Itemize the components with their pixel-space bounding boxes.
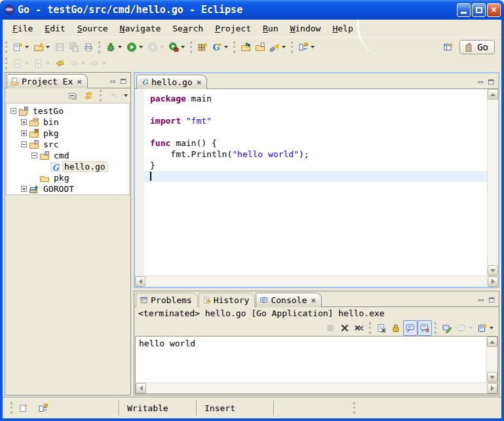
back-button[interactable] bbox=[67, 56, 88, 71]
console-vertical-scrollbar[interactable] bbox=[486, 337, 497, 382]
explorer-tab-close-icon[interactable]: × bbox=[77, 78, 82, 85]
next-annotation-button[interactable] bbox=[10, 56, 31, 71]
code-line[interactable]: import "fmt" bbox=[144, 115, 487, 126]
editor-vertical-scrollbar[interactable] bbox=[487, 89, 498, 276]
code-line[interactable]: func main() { bbox=[144, 137, 487, 149]
tree-expander-plus-icon[interactable]: + bbox=[21, 186, 27, 192]
code-line[interactable]: package main bbox=[144, 93, 487, 104]
tree-item-bin[interactable]: +010bin bbox=[7, 117, 129, 128]
maximize-part-icon[interactable] bbox=[119, 78, 128, 86]
prev-annotation-button[interactable] bbox=[31, 56, 52, 71]
perspective-go-button[interactable]: Go bbox=[459, 40, 495, 54]
print-button[interactable] bbox=[81, 39, 96, 55]
tab-hello-go[interactable]: G hello.go × bbox=[136, 75, 207, 89]
debug-button[interactable] bbox=[104, 39, 125, 55]
dropdown-arrow-icon[interactable] bbox=[282, 46, 286, 48]
tree-item-hello-go[interactable]: Ghello.go bbox=[7, 161, 129, 172]
minimize-part-icon[interactable] bbox=[109, 78, 118, 86]
dropdown-arrow-icon[interactable] bbox=[160, 46, 164, 48]
code-line[interactable] bbox=[144, 126, 487, 137]
last-edit-button[interactable] bbox=[52, 56, 67, 71]
dropdown-arrow-icon[interactable] bbox=[490, 327, 494, 329]
code-line[interactable]: fmt.Println("hello world"); bbox=[144, 149, 487, 160]
new-project-button[interactable] bbox=[31, 39, 52, 55]
console-horizontal-scrollbar[interactable] bbox=[136, 382, 497, 394]
menu-run[interactable]: Run bbox=[257, 22, 284, 35]
scroll-down-button[interactable] bbox=[487, 372, 497, 382]
menu-project[interactable]: Project bbox=[209, 22, 257, 35]
tree-item-label[interactable]: pkg bbox=[52, 173, 71, 183]
view-menu-arrow-icon[interactable] bbox=[124, 94, 128, 97]
open-resource-button[interactable] bbox=[253, 39, 267, 55]
code-line-current[interactable] bbox=[144, 171, 487, 182]
tab-history[interactable]: History bbox=[199, 293, 256, 307]
tab-project-explorer[interactable]: Project Ex × bbox=[7, 74, 88, 88]
tree-item-cmd[interactable]: −cmd bbox=[7, 150, 129, 161]
tree-expander-plus-icon[interactable]: + bbox=[21, 119, 27, 125]
run-button[interactable] bbox=[125, 39, 145, 55]
display-console-button[interactable] bbox=[454, 320, 475, 336]
terminate-button[interactable] bbox=[323, 320, 338, 336]
code-line[interactable]: } bbox=[144, 160, 487, 171]
menu-search[interactable]: Search bbox=[166, 22, 209, 35]
dropdown-arrow-icon[interactable] bbox=[118, 46, 122, 48]
tree-item-pkg[interactable]: pkg bbox=[7, 172, 129, 183]
tree-item-label[interactable]: hello.go bbox=[62, 161, 107, 172]
show-stdout-button[interactable] bbox=[403, 320, 417, 336]
dropdown-arrow-icon[interactable] bbox=[81, 62, 85, 65]
tree-item-src[interactable]: −src bbox=[7, 139, 129, 150]
clear-console-button[interactable] bbox=[374, 320, 389, 336]
scroll-up-button[interactable] bbox=[487, 337, 497, 347]
scroll-right-button[interactable] bbox=[488, 276, 498, 287]
dropdown-arrow-icon[interactable] bbox=[25, 62, 29, 65]
minimize-button[interactable] bbox=[457, 3, 471, 17]
tree-item-label[interactable]: cmd bbox=[52, 151, 71, 160]
scroll-lock-button[interactable] bbox=[389, 320, 403, 336]
scroll-up-button[interactable] bbox=[488, 89, 498, 100]
tree-expander-minus-icon[interactable]: − bbox=[10, 108, 16, 114]
dropdown-arrow-icon[interactable] bbox=[25, 46, 29, 48]
tree-item-pkg[interactable]: +pkg bbox=[7, 128, 129, 139]
new-go-button[interactable]: G bbox=[210, 39, 231, 55]
menu-help[interactable]: Help bbox=[326, 22, 359, 35]
code-line[interactable] bbox=[144, 104, 487, 115]
dropdown-arrow-icon[interactable] bbox=[469, 327, 473, 329]
scroll-left-button[interactable] bbox=[135, 276, 145, 287]
scroll-left-button[interactable] bbox=[136, 383, 146, 394]
dropdown-arrow-icon[interactable] bbox=[46, 46, 50, 48]
dropdown-arrow-icon[interactable] bbox=[139, 46, 143, 48]
tree-item-goroot[interactable]: +GOROOT bbox=[7, 183, 129, 194]
show-stderr-button[interactable] bbox=[417, 320, 432, 336]
console-tab-close-icon[interactable]: × bbox=[311, 297, 316, 304]
new-wizard-button[interactable] bbox=[10, 39, 31, 55]
menu-edit[interactable]: Edit bbox=[39, 22, 71, 35]
maximize-button[interactable] bbox=[472, 3, 486, 17]
scroll-down-button[interactable] bbox=[488, 265, 498, 276]
tree-expander-plus-icon[interactable]: + bbox=[21, 130, 27, 136]
collapse-all-button[interactable] bbox=[66, 88, 80, 103]
new-java-project-button[interactable] bbox=[195, 39, 210, 55]
dropdown-arrow-icon[interactable] bbox=[102, 62, 106, 65]
dropdown-arrow-icon[interactable] bbox=[224, 46, 228, 48]
menu-file[interactable]: File bbox=[7, 22, 39, 35]
search-button[interactable] bbox=[267, 39, 288, 55]
tree-item-label[interactable]: testGo bbox=[31, 106, 66, 116]
fastview-new-button[interactable] bbox=[16, 400, 36, 416]
tree-item-label[interactable]: bin bbox=[41, 117, 60, 127]
editor-horizontal-scrollbar[interactable] bbox=[135, 276, 498, 287]
dropdown-arrow-icon[interactable] bbox=[181, 46, 185, 48]
close-button[interactable]: × bbox=[487, 3, 501, 17]
open-plugin-button[interactable] bbox=[239, 39, 253, 55]
tree-expander-minus-icon[interactable]: − bbox=[21, 141, 27, 147]
minimize-part-icon[interactable] bbox=[477, 297, 486, 304]
forward-button[interactable] bbox=[88, 56, 109, 71]
pin-console-button[interactable] bbox=[440, 320, 454, 336]
save-all-button[interactable] bbox=[67, 39, 81, 55]
tree-expander-minus-icon[interactable]: − bbox=[31, 153, 37, 158]
tree-item-label[interactable]: GOROOT bbox=[41, 184, 76, 194]
editor-tab-close-icon[interactable]: × bbox=[197, 79, 202, 86]
tab-console[interactable]: Console× bbox=[256, 293, 322, 307]
open-console-button[interactable] bbox=[475, 320, 496, 336]
menu-navigate[interactable]: Navigate bbox=[114, 22, 167, 35]
team-sync-button[interactable] bbox=[296, 39, 317, 55]
